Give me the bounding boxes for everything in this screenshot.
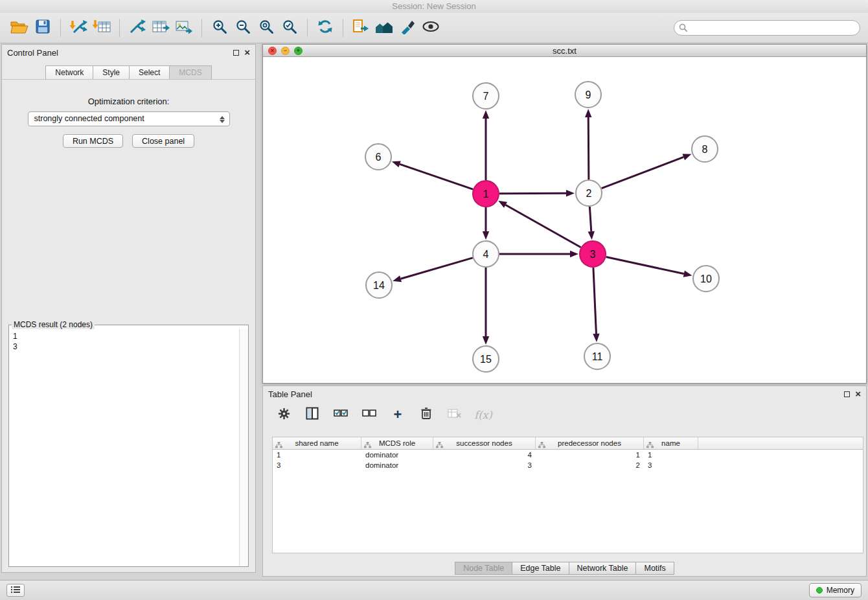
zoom-in-button[interactable] [208,16,231,40]
zoom-selected-button[interactable] [278,16,301,40]
graph-node-14[interactable]: 14 [366,272,392,298]
mcds-result-item[interactable]: 3 [13,341,235,352]
new-network-button[interactable] [126,16,149,40]
mcds-result-item[interactable]: 1 [13,331,235,341]
import-table-button[interactable] [90,16,113,40]
table-cell: 3 [433,460,536,470]
graph-edge-1-6[interactable] [392,161,473,189]
new-table-button[interactable] [149,16,172,40]
criterion-select[interactable]: strongly connected component [28,111,230,126]
tab-node-table[interactable]: Node Table [455,562,512,575]
home-icon [374,19,394,36]
table-row[interactable]: 1dominator411 [273,450,863,460]
graph-edge-3-10[interactable] [606,257,692,277]
column-header-filler [698,437,863,450]
graph-edge-3-11[interactable] [593,268,599,342]
search-input[interactable] [674,20,860,36]
table-cell: 1 [536,450,644,460]
graph-node-1[interactable]: 1 [473,181,499,207]
task-history-button[interactable] [6,584,25,597]
criterion-select-value: strongly connected component [34,114,144,123]
graph-node-9[interactable]: 9 [575,82,601,108]
graph-edge-1-7[interactable] [483,110,489,180]
result-scrollbar[interactable] [239,329,248,566]
run-mcds-button[interactable]: Run MCDS [63,134,123,148]
tab-network[interactable]: Network [45,65,93,79]
show-columns-button[interactable] [303,406,321,424]
open-session-button[interactable] [8,16,31,40]
graph-node-8[interactable]: 8 [692,136,718,162]
close-panel-button[interactable]: Close panel [132,134,194,148]
network-canvas-svg[interactable]: 7968124314101511 [263,57,866,383]
graph-edge-2-8[interactable] [602,154,692,189]
show-hide-details-button[interactable] [419,16,442,40]
graph-node-15[interactable]: 15 [473,346,499,372]
graph-edge-1-4[interactable] [483,207,489,240]
delete-column-button[interactable] [417,406,435,424]
graph-edge-4-15[interactable] [483,268,489,345]
add-column-button[interactable]: + [389,406,407,424]
svg-text:1: 1 [483,189,489,200]
close-window-icon[interactable]: × [268,47,277,55]
zoom-window-icon[interactable]: + [294,47,303,55]
graph-node-6[interactable]: 6 [365,144,391,170]
graph-node-7[interactable]: 7 [473,83,499,109]
toolbar-separator [119,19,120,37]
select-all-button[interactable] [332,406,350,424]
graph-node-10[interactable]: 10 [693,266,719,292]
column-header-predecessor-nodes[interactable]: predecessor nodes [536,437,644,450]
float-panel-icon[interactable] [233,50,239,56]
table-row[interactable]: 3dominator323 [273,460,863,470]
table-settings-button[interactable] [275,406,293,424]
home-button[interactable] [372,16,396,40]
graph-edge-3-1[interactable] [498,201,581,248]
svg-text:11: 11 [592,351,603,362]
tab-network-table[interactable]: Network Table [569,562,637,575]
import-network-button[interactable] [67,16,90,40]
toolbar-separator [307,19,308,37]
close-panel-icon[interactable]: × [244,49,250,56]
column-header-successor-nodes[interactable]: successor nodes [433,437,536,450]
tab-select[interactable]: Select [130,65,170,79]
column-type-icon [364,440,371,452]
save-session-button[interactable] [31,16,54,40]
graph-node-4[interactable]: 4 [473,241,499,267]
refresh-icon [317,19,333,37]
clear-selection-button[interactable] [360,406,378,424]
column-header-MCDS-role[interactable]: MCDS role [361,437,433,450]
graph-edge-4-3[interactable] [499,251,578,257]
network-window-titlebar[interactable]: × − + scc.txt [263,45,866,57]
minimize-window-icon[interactable]: − [281,47,290,55]
float-panel-icon[interactable] [844,391,850,397]
zoom-fit-button[interactable] [255,16,278,40]
tab-edge-table[interactable]: Edge Table [512,562,569,575]
column-header-name[interactable]: name [644,437,698,450]
graph-node-2[interactable]: 2 [576,180,602,206]
graph-edge-1-2[interactable] [499,190,575,196]
close-panel-icon[interactable]: × [855,391,861,397]
function-builder-button[interactable]: f(x) [474,406,492,424]
zoom-out-button[interactable] [231,16,255,40]
column-header-shared-name[interactable]: shared name [273,437,361,450]
toolbar-search [674,20,860,36]
network-canvas[interactable]: 7968124314101511 [263,57,866,383]
tab-style[interactable]: Style [93,65,130,79]
export-image-button[interactable] [172,16,196,40]
tab-mcds[interactable]: MCDS [170,65,211,79]
column-label: predecessor nodes [558,439,621,447]
copy-view-button[interactable] [349,16,372,40]
mcds-result-list[interactable]: 13 [9,329,239,566]
new-table-icon [152,19,170,37]
graph-edge-4-14[interactable] [393,258,473,282]
columns-icon [306,407,319,422]
refresh-layout-button[interactable] [314,16,337,40]
memory-button[interactable]: Memory [809,583,862,597]
export-image-icon [175,19,193,37]
style-button[interactable] [396,16,419,40]
delete-table-button[interactable] [446,406,464,424]
graph-edge-2-9[interactable] [585,109,591,179]
graph-node-11[interactable]: 11 [584,343,610,369]
graph-node-3[interactable]: 3 [580,241,606,267]
graph-edge-2-3[interactable] [588,207,595,240]
tab-motifs[interactable]: Motifs [636,562,674,575]
